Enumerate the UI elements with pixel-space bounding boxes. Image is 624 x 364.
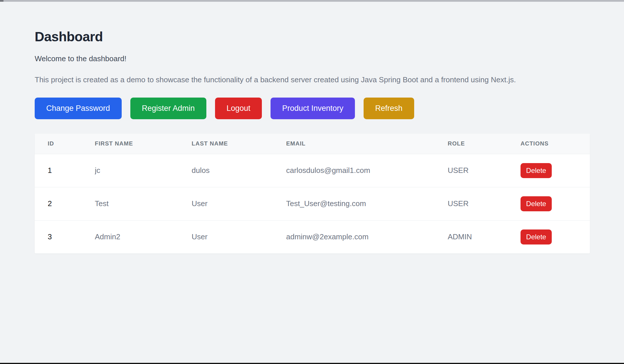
header-role: ROLE	[448, 134, 521, 154]
cell-id: 1	[35, 154, 95, 187]
cell-email: carlosdulos@gmail1.com	[286, 154, 448, 187]
cell-id: 2	[35, 187, 95, 220]
change-password-button[interactable]: Change Password	[35, 98, 122, 119]
users-table: ID FIRST NAME LAST NAME EMAIL ROLE ACTIO…	[35, 134, 590, 253]
dashboard-page: Dashboard Welcome to the dashboard! This…	[0, 0, 624, 253]
delete-user-button[interactable]: Delete	[521, 229, 552, 244]
refresh-button[interactable]: Refresh	[364, 98, 414, 119]
cell-last-name: User	[192, 187, 286, 220]
table-row: 2 Test User Test_User@testing.com USER D…	[35, 187, 590, 220]
top-divider-bar	[0, 0, 624, 2]
cell-actions: Delete	[521, 220, 590, 253]
cell-first-name: jc	[95, 154, 192, 187]
logout-button[interactable]: Logout	[215, 98, 262, 119]
header-actions: ACTIONS	[521, 134, 590, 154]
cell-first-name: Admin2	[95, 220, 192, 253]
action-button-row: Change Password Register Admin Logout Pr…	[35, 98, 590, 119]
header-last-name: LAST NAME	[192, 134, 286, 154]
bottom-edge-bar	[0, 363, 624, 364]
header-id: ID	[35, 134, 95, 154]
cell-last-name: User	[192, 220, 286, 253]
welcome-message: Welcome to the dashboard!	[35, 54, 590, 63]
cell-role: USER	[448, 187, 521, 220]
register-admin-button[interactable]: Register Admin	[130, 98, 206, 119]
cell-last-name: dulos	[192, 154, 286, 187]
users-table-card: ID FIRST NAME LAST NAME EMAIL ROLE ACTIO…	[35, 134, 590, 253]
top-bar-left-segment	[0, 0, 3, 2]
header-first-name: FIRST NAME	[95, 134, 192, 154]
table-header-row: ID FIRST NAME LAST NAME EMAIL ROLE ACTIO…	[35, 134, 590, 154]
cell-actions: Delete	[521, 187, 590, 220]
product-inventory-button[interactable]: Product Inventory	[271, 98, 355, 119]
cell-first-name: Test	[95, 187, 192, 220]
header-email: EMAIL	[286, 134, 448, 154]
cell-actions: Delete	[521, 154, 590, 187]
cell-role: USER	[448, 154, 521, 187]
cell-role: ADMIN	[448, 220, 521, 253]
delete-user-button[interactable]: Delete	[521, 196, 552, 211]
delete-user-button[interactable]: Delete	[521, 163, 552, 178]
cell-id: 3	[35, 220, 95, 253]
table-row: 3 Admin2 User adminw@2example.com ADMIN …	[35, 220, 590, 253]
page-title: Dashboard	[35, 29, 590, 44]
cell-email: Test_User@testing.com	[286, 187, 448, 220]
table-row: 1 jc dulos carlosdulos@gmail1.com USER D…	[35, 154, 590, 187]
project-description: This project is created as a demo to sho…	[35, 75, 590, 84]
cell-email: adminw@2example.com	[286, 220, 448, 253]
